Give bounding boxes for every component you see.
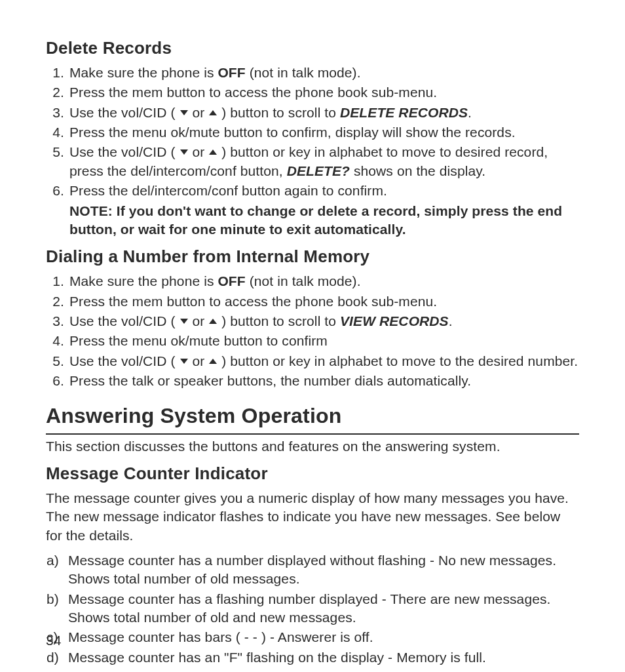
list-item: Use the vol/CID ( or ) button or key in … (68, 352, 579, 370)
list-dialing-memory: Make sure the phone is OFF (not in talk … (46, 272, 579, 390)
list-item: b) Message counter has a flashing number… (68, 590, 579, 627)
body-text: . (449, 313, 453, 328)
heading-delete-records: Delete Records (46, 37, 579, 60)
body-text: Press the menu ok/mute button to confirm (69, 333, 328, 348)
body-text: (not in talk mode). (246, 65, 361, 80)
triangle-down-icon (180, 110, 188, 115)
body-text: Use the vol/CID ( (69, 144, 180, 159)
subsection-intro: The message counter gives you a numeric … (46, 489, 579, 545)
list-item: Press the menu ok/mute button to confirm… (68, 123, 579, 142)
body-text: Make sure the phone is (69, 273, 218, 288)
body-text: Press the talk or speaker buttons, the n… (69, 373, 471, 388)
body-text: Message counter has a number displayed w… (68, 553, 556, 586)
body-text: Press the mem button to access the phone… (69, 294, 437, 309)
triangle-up-icon (209, 319, 217, 324)
body-text: Message counter has an "F" flashing on t… (68, 650, 486, 665)
body-text: or (189, 105, 209, 120)
heading-dialing-memory: Dialing a Number from Internal Memory (46, 245, 579, 268)
list-item: Use the vol/CID ( or ) button or key in … (68, 143, 579, 180)
body-text: ) button to scroll to (218, 313, 340, 328)
bold-text: OFF (218, 273, 245, 288)
body-text: or (189, 353, 209, 368)
list-item: Use the vol/CID ( or ) button to scroll … (68, 312, 579, 330)
list-item: Press the talk or speaker buttons, the n… (68, 372, 579, 390)
list-item: Make sure the phone is OFF (not in talk … (68, 64, 579, 82)
list-item: Press the del/intercom/conf button again… (68, 182, 579, 239)
heading-answering-system: Answering System Operation (46, 402, 579, 434)
list-item: Make sure the phone is OFF (not in talk … (68, 272, 579, 290)
body-text: Press the del/intercom/conf button again… (69, 183, 387, 198)
triangle-down-icon (180, 149, 188, 155)
bold-italic-text: DELETE? (287, 163, 350, 178)
body-text: shows on the display. (350, 163, 485, 178)
body-text: Press the mem button to access the phone… (69, 85, 437, 100)
heading-message-counter: Message Counter Indicator (46, 462, 579, 485)
body-text: (not in talk mode). (246, 273, 361, 288)
body-text: or (189, 144, 209, 159)
list-item: Press the mem button to access the phone… (68, 292, 579, 311)
note-text: NOTE: If you don't want to change or del… (69, 202, 579, 239)
page-number: 34 (46, 631, 62, 650)
bold-text: OFF (218, 65, 245, 80)
list-item: Use the vol/CID ( or ) button to scroll … (68, 104, 579, 122)
list-item: Press the mem button to access the phone… (68, 83, 579, 102)
triangle-up-icon (209, 110, 217, 115)
body-text: Use the vol/CID ( (69, 353, 180, 368)
list-item: Press the menu ok/mute button to confirm (68, 332, 579, 350)
triangle-down-icon (180, 359, 188, 364)
body-text: or (189, 313, 209, 328)
body-text: ) button to scroll to (218, 105, 340, 120)
list-marker: d) (47, 648, 66, 667)
list-item: a) Message counter has a number displaye… (68, 551, 579, 589)
triangle-up-icon (209, 359, 217, 364)
manual-page: Delete Records Make sure the phone is OF… (0, 0, 625, 672)
body-text: Message counter has bars ( - - ) - Answe… (68, 629, 373, 644)
body-text: Make sure the phone is (69, 65, 218, 80)
bold-italic-text: VIEW RECORDS (340, 313, 449, 328)
list-marker: b) (47, 590, 66, 608)
body-text: Message counter has a flashing number di… (68, 591, 550, 625)
triangle-down-icon (180, 319, 188, 324)
body-text: Use the vol/CID ( (69, 105, 180, 120)
body-text: Press the menu ok/mute button to confirm… (69, 125, 516, 140)
section-intro: This section discusses the buttons and f… (46, 437, 579, 456)
bold-italic-text: DELETE RECORDS (340, 105, 468, 120)
list-delete-records: Make sure the phone is OFF (not in talk … (46, 64, 579, 239)
list-marker: a) (47, 551, 66, 570)
list-message-counter: a) Message counter has a number displaye… (46, 551, 579, 667)
body-text: Use the vol/CID ( (69, 313, 180, 328)
triangle-up-icon (209, 149, 217, 155)
list-item: d) Message counter has an "F" flashing o… (68, 648, 579, 667)
body-text: ) button or key in alphabet to move to t… (218, 353, 578, 368)
body-text: . (468, 105, 472, 120)
list-item: c) Message counter has bars ( - - ) - An… (68, 628, 579, 646)
